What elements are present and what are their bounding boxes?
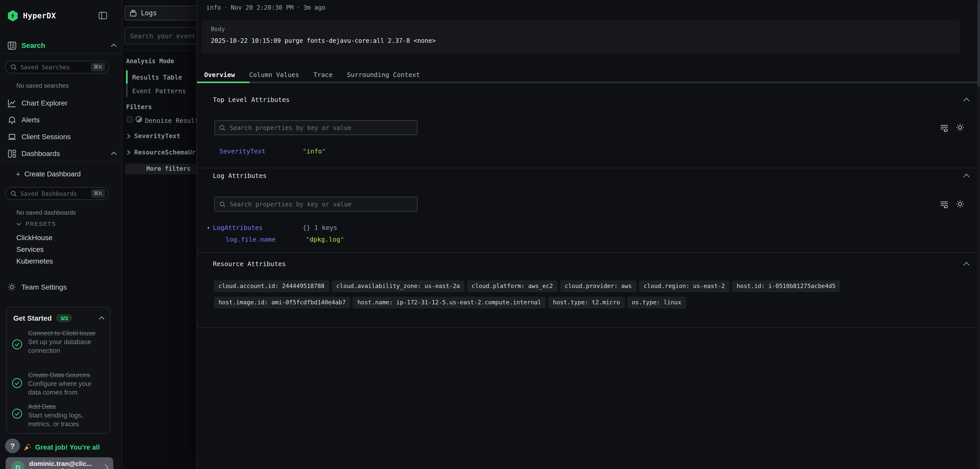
get-started-item-title: Add Data [28, 402, 105, 411]
resource-chip[interactable]: host.image.id: ami-0f5fcdfbd140e4ab7 [214, 297, 350, 308]
event-header: info·Nov 20 2:20:30 PM·3m ago [206, 4, 325, 11]
filter-group-label: ResourceSchemaUrl [134, 148, 197, 156]
sidebar-item-alerts[interactable]: Alerts [8, 115, 117, 125]
scrollbar[interactable] [977, 0, 980, 469]
divider [0, 161, 122, 162]
sidebar-item-dashboards[interactable]: Dashboards [8, 148, 117, 158]
tab-surrounding-context[interactable]: Surrounding Context [340, 71, 427, 79]
event-search-input[interactable] [125, 27, 197, 44]
more-filters-button[interactable]: More filters [125, 164, 197, 174]
chevron-up-icon [111, 43, 117, 48]
divider [0, 54, 122, 54]
create-dashboard-label: Create Dashboard [24, 170, 81, 177]
search-icon [11, 190, 17, 196]
app-window: HyperDX Search ⌘K [0, 0, 980, 469]
resource-chip[interactable]: cloud.region: us-east-2 [639, 280, 730, 292]
top-level-search-box[interactable] [215, 120, 417, 135]
chevron-up-icon[interactable] [963, 261, 970, 266]
saved-dashboards-input[interactable] [21, 190, 91, 197]
attr-key[interactable]: SeverityText [220, 147, 266, 155]
chevron-up-icon[interactable] [963, 97, 970, 102]
get-started-header[interactable]: Get Started 3/3 [13, 314, 105, 322]
search-icon [220, 201, 226, 207]
filter-group-severitytext[interactable]: SeverityText [127, 132, 180, 140]
question-mark-icon: ? [10, 442, 15, 450]
check-circle-icon [12, 408, 22, 419]
top-level-search-input[interactable] [230, 124, 412, 131]
source-select[interactable]: Logs [124, 6, 197, 21]
event-search-box[interactable] [124, 27, 197, 44]
get-started-item[interactable]: Add Data Start sending logs, metrics, or… [12, 402, 107, 428]
sidebar-collapse-icon[interactable] [99, 12, 107, 19]
preset-kubernetes[interactable]: Kubernetes [16, 257, 53, 265]
sidebar-item-label: Dashboards [21, 149, 60, 157]
log-attrs-search-input[interactable] [230, 201, 412, 208]
user-menu[interactable]: D dominic.tran@clic... dominic.tran@clic… [6, 457, 113, 469]
cmd-k-shortcut: ⌘K [91, 63, 105, 71]
wrap-lines-icon[interactable] [940, 200, 948, 209]
presets-label: PRESETS [25, 221, 56, 227]
sidebar-item-team-settings[interactable]: Team Settings [8, 282, 117, 292]
resource-chip[interactable]: cloud.provider: aws [560, 280, 636, 292]
search-icon [220, 125, 226, 131]
sidebar-item-chart-explorer[interactable]: Chart Explorer [8, 98, 117, 108]
denoise-checkbox[interactable] [127, 116, 133, 122]
resource-chip[interactable]: host.id: i-0510b81275acbe4d5 [732, 280, 840, 292]
filter-group-resourceschemaurl[interactable]: ResourceSchemaUrl [127, 148, 197, 156]
tab-overview[interactable]: Overview [197, 71, 242, 79]
attr-value[interactable]: "info" [303, 147, 326, 155]
gear-icon[interactable] [956, 200, 964, 208]
tab-trace[interactable]: Trace [306, 71, 340, 79]
mode-event-patterns[interactable]: Event Patterns [132, 87, 186, 95]
detail-tabs: Overview Column Values Trace Surrounding… [197, 68, 980, 82]
caret-down-icon[interactable]: ▾ [207, 225, 210, 230]
filter-group-label: SeverityText [134, 132, 180, 140]
event-timestamp: Nov 20 2:20:30 PM [231, 4, 293, 11]
attr-key[interactable]: log.file.name [226, 236, 275, 243]
chevron-up-icon[interactable] [963, 173, 970, 178]
create-dashboard-button[interactable]: + Create Dashboard [16, 169, 117, 179]
saved-dashboards-search[interactable]: ⌘K [5, 187, 109, 200]
user-name: dominic.tran@clic... [29, 460, 92, 467]
tab-underline-track [197, 82, 980, 83]
help-button[interactable]: ? [5, 439, 20, 453]
scrollbar-thumb[interactable] [977, 0, 980, 87]
attr-tree-root[interactable]: LogAttributes [213, 224, 263, 231]
sidebar-item-client-sessions[interactable]: Client Sessions [8, 132, 117, 142]
tab-column-values[interactable]: Column Values [242, 71, 306, 79]
logs-source-icon [130, 10, 137, 17]
search-list-icon [8, 41, 16, 50]
gear-icon [8, 283, 16, 292]
denoise-label[interactable]: Denoise Results [145, 117, 197, 124]
mode-results-table[interactable]: Results Table [132, 73, 182, 81]
divider [197, 168, 980, 168]
resource-chip[interactable]: host.type: t2.micro [549, 297, 625, 308]
source-select-value: Logs [141, 9, 157, 17]
sidebar-item-search[interactable]: Search [8, 40, 117, 51]
saved-searches-search[interactable]: ⌘K [5, 61, 109, 73]
preset-clickhouse[interactable]: ClickHouse [16, 233, 52, 242]
get-started-item[interactable]: Connect to ClickHouse Set up your databa… [12, 329, 107, 355]
get-started-item[interactable]: Create Data Sources Configure where your… [12, 371, 107, 397]
wrap-lines-icon[interactable] [940, 124, 948, 132]
gear-icon[interactable] [956, 124, 964, 132]
preset-services[interactable]: Services [16, 245, 44, 254]
chevron-up-icon [99, 316, 105, 320]
filters-label: Filters [126, 103, 152, 111]
log-attrs-search-box[interactable] [215, 197, 417, 212]
resource-chip[interactable]: cloud.platform: aws_ec2 [467, 280, 558, 292]
chevron-right-icon [104, 464, 109, 469]
user-email: dominic.tran@clickho... [29, 467, 87, 469]
resource-chip[interactable]: host.name: ip-172-31-12-5.us-east-2.comp… [353, 297, 546, 308]
party-popper-icon [23, 443, 32, 452]
attr-value[interactable]: "dpkg.log" [306, 236, 344, 243]
resource-chip[interactable]: os.type: linux [627, 297, 686, 308]
chevron-right-icon [127, 150, 130, 155]
presets-toggle[interactable]: PRESETS [16, 221, 56, 227]
resource-chip[interactable]: cloud.account.id: 244449518788 [214, 280, 329, 292]
tab-active-indicator [197, 82, 250, 83]
get-started-badge: 3/3 [56, 314, 72, 322]
sidebar-item-label: Client Sessions [21, 133, 71, 141]
saved-searches-input[interactable] [21, 63, 91, 71]
resource-chip[interactable]: cloud.availability_zone: us-east-2a [331, 280, 465, 292]
